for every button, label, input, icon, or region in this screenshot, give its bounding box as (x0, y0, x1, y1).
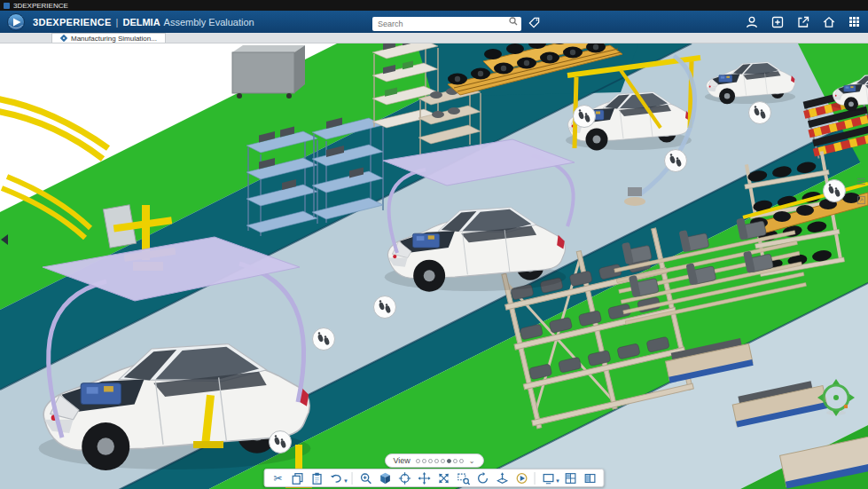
split-view-icon (583, 471, 597, 485)
top-bar: 3DEXPERIENCE | DELMIA Assembly Evaluatio… (0, 11, 868, 33)
tab-label: Manufacturing Simulation... (71, 35, 157, 43)
view-dot-2[interactable] (428, 459, 433, 463)
undo-history-caret[interactable]: ▼ (343, 478, 348, 486)
user-icon[interactable] (743, 13, 760, 30)
toolbar-divider (535, 472, 536, 485)
view-dot-3[interactable] (434, 459, 439, 463)
center-button[interactable] (395, 470, 414, 486)
tag-icon[interactable] (528, 16, 541, 29)
view-dot-6[interactable] (453, 459, 457, 463)
grid-view-button[interactable] (561, 470, 580, 486)
robot-gizmo-icon (815, 376, 857, 419)
share-icon[interactable] (794, 13, 811, 30)
pan-icon (418, 471, 432, 485)
toolbar-divider (352, 472, 353, 485)
view-dot-7[interactable] (459, 459, 464, 463)
platform-name: 3DEXPERIENCE (33, 17, 112, 28)
3ds-compass-logo[interactable] (5, 12, 27, 32)
right-edge-toolbar (856, 177, 866, 205)
robot-navigation-gizmo[interactable] (815, 376, 857, 419)
3d-viewport[interactable]: View ⌄ ✂ ▼ ▼ (0, 43, 868, 489)
zoom-area-icon (457, 471, 471, 485)
app-name: Assembly Evaluation (164, 17, 254, 28)
turntable-button[interactable] (512, 470, 531, 486)
collapse-panel-arrow[interactable] (0, 232, 9, 248)
app-logo-small (4, 3, 10, 9)
left-arrow-icon (1, 234, 8, 245)
pan-button[interactable] (415, 470, 434, 486)
zoom-in-button[interactable] (356, 470, 375, 486)
normal-view-button[interactable] (493, 470, 512, 486)
saved-views-icon (542, 471, 556, 485)
copy-icon (291, 471, 305, 485)
views-caret[interactable]: ▼ (555, 478, 560, 486)
factory-scene (0, 43, 868, 489)
cut-button[interactable]: ✂ (269, 470, 287, 486)
layers-icon[interactable] (856, 177, 866, 186)
paste-button[interactable] (308, 470, 326, 486)
home-icon[interactable] (820, 13, 837, 30)
turntable-icon (515, 471, 529, 485)
fit-all-icon (437, 471, 451, 485)
action-bar: ✂ ▼ ▼ (263, 469, 605, 487)
split-view-button[interactable] (581, 470, 599, 486)
application-window: 3DEXPERIENCE 3DEXPERIENCE | DELMIA Assem… (0, 0, 868, 489)
cut-icon: ✂ (274, 473, 283, 484)
search-icon[interactable] (509, 17, 518, 26)
paste-icon (310, 471, 325, 485)
expand-panel-icon[interactable] (856, 195, 866, 205)
view-dot-5[interactable] (447, 459, 451, 463)
view-selector[interactable]: View ⌄ (384, 454, 483, 468)
rotate-button[interactable] (473, 470, 492, 486)
iso-view-icon (379, 471, 393, 485)
view-dots (416, 459, 464, 463)
zoom-area-button[interactable] (454, 470, 473, 486)
undo-icon (330, 471, 344, 485)
view-dot-1[interactable] (422, 459, 426, 463)
3ds-compass-icon (6, 12, 26, 32)
tab-bar: Manufacturing Simulation... (0, 33, 868, 43)
grid-view-icon (563, 471, 577, 485)
add-content-icon[interactable] (769, 13, 786, 30)
tab-manufacturing-simulation[interactable]: Manufacturing Simulation... (51, 33, 166, 43)
rotate-icon (476, 471, 490, 485)
iso-view-button[interactable] (376, 470, 395, 486)
zoom-in-icon (359, 471, 373, 485)
fit-all-button[interactable] (434, 470, 453, 486)
normal-view-icon (496, 471, 510, 485)
brand-separator: | (116, 17, 119, 28)
view-selector-label: View (393, 456, 410, 465)
search-area (372, 14, 541, 31)
chevron-down-icon[interactable]: ⌄ (469, 457, 475, 465)
os-titlebar: 3DEXPERIENCE (0, 0, 868, 11)
search-input[interactable] (372, 17, 521, 31)
copy-button[interactable] (288, 470, 307, 486)
view-dot-0[interactable] (416, 459, 420, 463)
gray-bin[interactable] (232, 45, 305, 99)
header-actions (743, 13, 863, 30)
brand-lockup: 3DEXPERIENCE | DELMIA Assembly Evaluatio… (33, 17, 254, 28)
simulation-tab-icon (60, 35, 67, 42)
titlebar-title: 3DEXPERIENCE (13, 2, 68, 10)
center-icon (398, 471, 412, 485)
view-dot-4[interactable] (441, 459, 445, 463)
app-brand: DELMIA (122, 17, 160, 28)
apps-grid-icon[interactable] (846, 13, 863, 30)
